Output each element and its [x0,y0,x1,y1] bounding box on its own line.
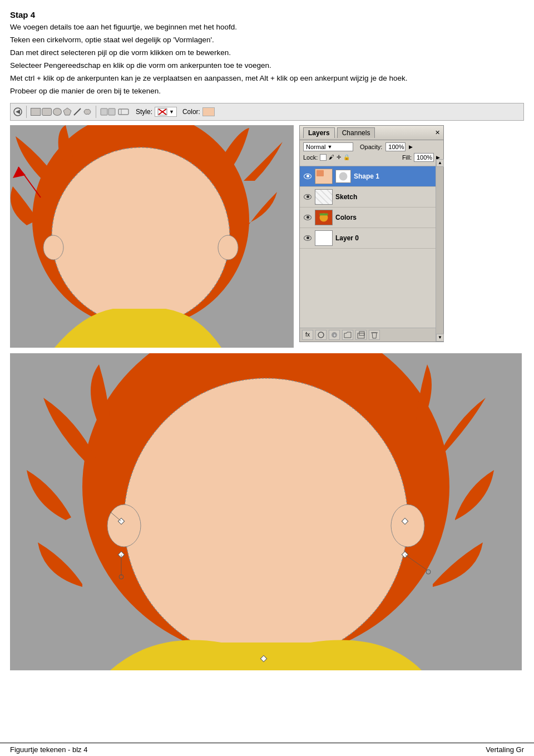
layer-item-sketch[interactable]: Sketch [300,187,443,207]
svg-rect-4 [101,108,107,115]
character-canvas-small [10,125,294,348]
layers-bottom-toolbar: fx + [300,328,436,342]
layer-item-layer0[interactable]: Layer 0 [300,228,443,249]
tool-polygon[interactable] [63,107,72,116]
paragraph-6: Probeer op die manier de oren bij te tek… [10,86,524,97]
svg-point-36 [107,505,141,547]
svg-point-13 [52,147,230,325]
style-dropdown[interactable]: ▼ [155,107,177,117]
opacity-label: Opacity: [360,144,382,150]
layer-mask-shape1 [335,170,351,183]
tool-icon1[interactable] [100,107,116,116]
lock-paint-icon[interactable]: 🖌 [329,154,334,160]
layer-name-sketch: Sketch [335,193,357,201]
svg-rect-20 [317,170,324,176]
layer-thumbnail-layer0 [315,230,333,246]
layer-visibility-shape1[interactable] [303,172,312,181]
layer-name-colors: Colors [335,214,357,221]
lock-all-icon[interactable]: 🔒 [343,154,350,160]
layer-thumbnail-colors [315,210,333,225]
photoshop-toolbar: Style: ▼ Color: [10,103,524,121]
footer-right: Vertaling Gr [486,745,524,754]
color-swatch[interactable] [202,107,215,116]
lock-label: Lock: [303,154,318,161]
add-style-button[interactable]: fx [302,330,313,340]
layers-titlebar: Layers Channels ✕ [300,126,443,140]
fill-label: Fill: [402,154,412,161]
layers-scrollbar[interactable]: ▲ ▼ [436,159,443,342]
svg-point-22 [339,172,348,180]
paragraph-4: Selecteer Pengereedschap en klik op die … [10,60,524,72]
layer-item-colors[interactable]: Colors [300,207,443,228]
eye-icon-sketch [304,194,312,200]
scrollbar-up[interactable]: ▲ [436,159,444,167]
scrollbar-down[interactable]: ▼ [436,334,444,342]
svg-line-3 [74,108,81,115]
new-layer-button[interactable] [355,330,367,340]
tab-channels[interactable]: Channels [337,127,375,138]
panel-close-button[interactable]: ✕ [435,129,440,136]
footer-left: Figuurtje tekenen - blz 4 [10,745,87,754]
add-mask-button[interactable] [315,330,327,340]
layer-thumbnail-sketch [315,189,333,205]
svg-marker-2 [63,108,71,115]
layer-name-layer0: Layer 0 [335,234,359,242]
svg-rect-5 [108,108,115,115]
svg-text:+: + [333,333,336,338]
opacity-input[interactable]: 100% [385,142,406,151]
tab-layers[interactable]: Layers [303,127,335,138]
layers-panel: Layers Channels ✕ Normal ▼ Opacity: 100%… [299,125,444,342]
layer-visibility-sketch[interactable] [303,192,312,201]
layer-name-shape1: Shape 1 [354,172,379,180]
lock-move-icon[interactable]: ✛ [337,154,341,160]
style-label: Style: [136,108,152,116]
paragraph-3: Dan met direct selecteren pijl op die vo… [10,47,524,59]
page-content: Stap 4 We voegen details toe aan het fig… [0,0,534,697]
svg-rect-25 [320,213,328,215]
tool-rounded-rect[interactable] [42,108,52,116]
tool-line[interactable] [73,107,82,116]
svg-point-37 [391,505,424,547]
toolbar-separator [26,106,27,118]
layer-visibility-layer0[interactable] [303,234,312,243]
new-folder-button[interactable] [342,330,353,340]
svg-marker-1 [16,110,20,114]
tool-rectangle[interactable] [31,108,41,116]
svg-rect-6 [118,109,128,115]
footer: Figuurtje tekenen - blz 4 Vertaling Gr [0,743,534,756]
page-title: Stap 4 [10,10,524,19]
svg-point-15 [43,235,63,260]
blend-mode-dropdown[interactable]: Normal ▼ [303,142,353,151]
fill-input[interactable]: 100% [414,153,434,162]
character-canvas-large [10,353,522,670]
main-image-area: Layers Channels ✕ Normal ▼ Opacity: 100%… [10,125,524,348]
delete-layer-button[interactable] [369,330,380,340]
layer-thumbnail-shape1 [315,169,333,184]
paragraph-5: Met ctrl + klik op de ankerpunten kan je… [10,73,524,85]
color-label: Color: [182,108,200,116]
tool-custom-shape[interactable] [83,107,92,116]
paragraph-1: We voegen details toe aan het figuurtje,… [10,22,524,33]
layer-item-shape1[interactable]: Shape 1 [300,166,443,187]
tool-arrow[interactable] [13,107,22,116]
eye-icon-colors [304,215,312,220]
svg-point-26 [318,332,324,338]
eye-icon-layer0 [304,235,312,241]
layers-controls: Normal ▼ Opacity: 100% ▶ Lock: 🖌 ✛ 🔒 Fil… [300,140,443,166]
tool-ellipse[interactable] [53,108,62,116]
layer-visibility-colors[interactable] [303,213,312,222]
paragraph-2: Teken een cirkelvorm, optie staat wel de… [10,34,524,46]
new-adjustment-button[interactable]: + [329,330,340,340]
lock-transparent-checkbox[interactable] [320,154,327,161]
svg-point-34 [124,378,408,662]
tool-icon2[interactable] [118,107,129,116]
eye-icon [304,174,312,179]
lock-row: Lock: 🖌 ✛ 🔒 Fill: 100% ▶ [303,153,440,162]
shape-tools [31,107,92,116]
toolbar-separator-2 [96,106,96,118]
svg-point-16 [218,235,238,260]
blend-mode-row: Normal ▼ Opacity: 100% ▶ [303,142,440,151]
layers-list: Shape 1 Sketch [300,166,443,249]
